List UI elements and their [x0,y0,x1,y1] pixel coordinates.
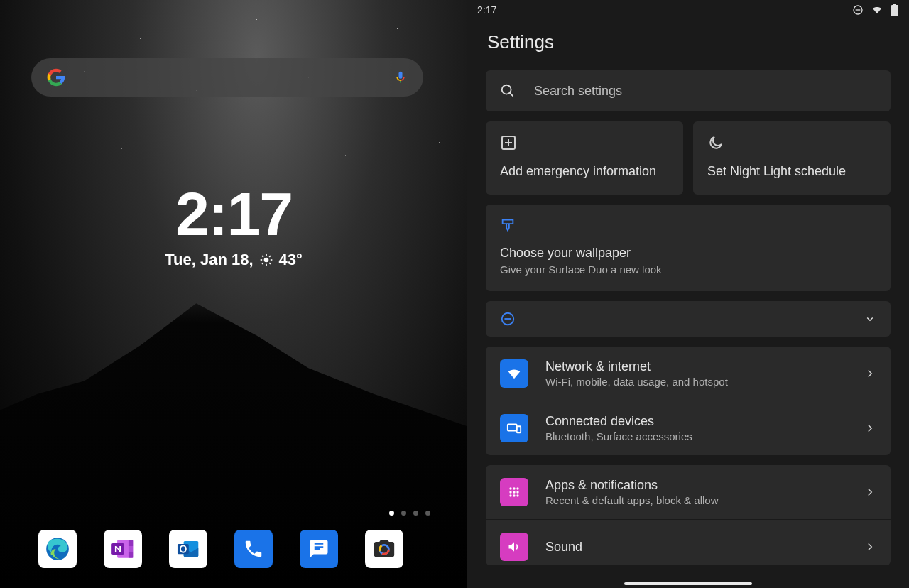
wallpaper-title: Choose your wallpaper [500,246,876,261]
suggestion-night-light[interactable]: Set Night Light schedule [693,121,891,195]
svg-point-34 [516,487,518,489]
gesture-nav-bar[interactable] [467,577,909,588]
svg-point-32 [509,487,511,489]
camera-icon [372,537,396,561]
svg-point-40 [516,494,518,496]
item-title: Connected devices [545,414,847,429]
item-title: Sound [545,540,847,555]
svg-rect-11 [129,540,133,546]
chevron-right-icon [864,367,876,380]
app-camera[interactable] [365,530,403,568]
voice-search-icon[interactable] [393,68,408,87]
app-dock [38,530,403,568]
status-bar: 2:17 [467,0,909,18]
svg-line-8 [269,256,271,257]
wifi-icon [500,359,528,388]
phone-icon [243,538,264,560]
wallpaper-subtitle: Give your Surface Duo a new look [500,263,876,276]
chevron-down-icon [864,312,876,325]
svg-line-5 [262,256,263,257]
svg-point-37 [516,491,518,493]
settings-item-network[interactable]: Network & internet Wi-Fi, mobile, data u… [486,347,891,401]
item-subtitle: Bluetooth, Surface accessories [545,430,847,442]
svg-rect-24 [893,4,896,5]
svg-point-36 [513,491,515,493]
statusbar-time: 2:17 [477,4,496,16]
edge-icon [44,535,71,562]
svg-rect-31 [517,426,521,432]
minus-circle-icon [500,311,516,327]
suggestion-label: Set Night Light schedule [707,164,876,179]
item-title: Apps & notifications [545,478,847,493]
suggestion-emergency-info[interactable]: Add emergency information [486,121,683,195]
app-outlook[interactable] [169,530,207,568]
settings-screen: 2:17 Settings Add emergency information [467,0,909,588]
settings-item-connected-devices[interactable]: Connected devices Bluetooth, Surface acc… [486,401,891,455]
settings-item-apps[interactable]: Apps & notifications Recent & default ap… [486,465,891,519]
apps-grid-icon [500,478,528,506]
suggestion-label: Add emergency information [500,164,669,179]
svg-rect-30 [508,425,517,431]
home-screen: 2:17 Tue, Jan 18, 43° [0,0,467,588]
outlook-icon [175,535,202,562]
svg-point-25 [502,85,511,94]
onenote-icon [109,535,136,562]
dnd-status-icon [852,4,864,16]
svg-point-33 [513,487,515,489]
svg-rect-23 [891,5,898,16]
paintbrush-icon [500,217,516,233]
google-logo-icon [47,68,65,87]
search-settings-input[interactable] [534,84,876,99]
messages-icon [308,538,330,560]
wifi-status-icon [871,4,883,16]
google-search-bar[interactable] [31,58,423,97]
battery-status-icon [891,4,899,16]
chevron-right-icon [864,540,876,553]
svg-line-7 [262,263,263,264]
app-edge[interactable] [38,530,77,568]
chevron-right-icon [864,422,876,435]
settings-item-sound[interactable]: Sound [486,519,891,565]
clock-widget[interactable]: 2:17 Tue, Jan 18, 43° [0,179,467,269]
svg-line-26 [510,93,513,97]
search-settings-bar[interactable] [486,70,891,111]
suggestions-collapse-row[interactable] [486,301,891,337]
item-subtitle: Recent & default apps, block & allow [545,494,847,506]
clock-date-weather: Tue, Jan 18, 43° [165,251,303,269]
medical-icon [500,134,517,151]
search-icon [500,83,516,99]
chevron-right-icon [864,486,876,499]
suggestion-wallpaper[interactable]: Choose your wallpaper Give your Surface … [486,205,891,291]
settings-list-2: Apps & notifications Recent & default ap… [486,465,891,565]
moon-icon [707,134,724,151]
date-text: Tue, Jan 18, [165,251,253,269]
svg-point-39 [513,494,515,496]
sound-icon [500,533,528,561]
item-title: Network & internet [545,359,847,374]
devices-icon [500,414,528,442]
app-phone[interactable] [234,530,273,568]
page-indicator [389,511,430,516]
svg-rect-13 [129,552,133,558]
weather-sunny-icon [259,253,273,267]
svg-point-0 [263,258,268,263]
svg-line-6 [269,263,271,264]
app-messages[interactable] [300,530,338,568]
item-subtitle: Wi-Fi, mobile, data usage, and hotspot [545,376,847,388]
svg-point-35 [509,491,511,493]
app-onenote[interactable] [104,530,142,568]
settings-list: Network & internet Wi-Fi, mobile, data u… [486,347,891,455]
nav-pill[interactable] [624,582,752,585]
svg-rect-12 [129,546,133,552]
svg-point-38 [509,494,511,496]
temperature-text: 43° [279,251,303,269]
page-title: Settings [467,18,909,70]
clock-time: 2:17 [0,179,467,249]
